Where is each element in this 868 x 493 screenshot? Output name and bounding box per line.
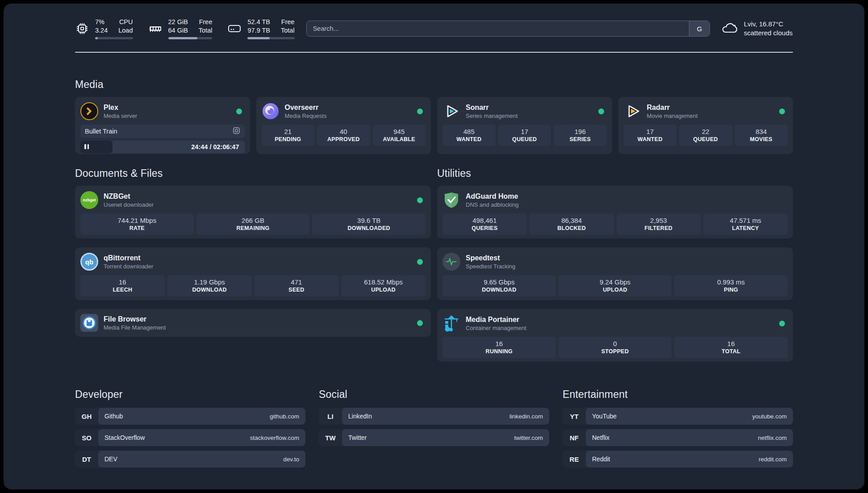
bookmark-abbr: TW	[319, 429, 342, 446]
app-card-plex[interactable]: Plex Media server Bullet Train 24:44 / 0	[75, 97, 250, 154]
stat-label: DOWNLOADED	[314, 225, 424, 231]
stat-label: DOWNLOAD	[169, 287, 250, 293]
section-utilities: Utilities AdGuard Home DNS and adblockin…	[437, 167, 793, 362]
search-engine-button[interactable]: G	[689, 21, 709, 36]
bookmark-name: Github	[104, 413, 123, 420]
stat-tile: 485 WANTED	[442, 125, 496, 146]
stat-label: SERIES	[555, 136, 605, 142]
pause-icon[interactable]	[84, 143, 90, 151]
stat-value: 834	[737, 128, 786, 135]
stat-label: TOTAL	[676, 348, 786, 355]
stat-value: 196	[555, 128, 605, 135]
overseerr-icon	[262, 102, 280, 120]
search-bar[interactable]: G	[306, 21, 710, 37]
now-playing-row: Bullet Train	[80, 125, 245, 138]
status-online-dot	[417, 320, 423, 326]
app-card-overseerr[interactable]: Overseerr Media Requests 21 PENDING 40 A…	[256, 97, 431, 154]
stat-tile: 39.6 TB DOWNLOADED	[312, 213, 426, 235]
stat-value: 86,384	[531, 217, 612, 224]
stat-label: FILTERED	[618, 225, 699, 231]
app-card-radarr[interactable]: Radarr Movie management 17 WANTED 22 QUE…	[618, 97, 793, 154]
stat-value: 945	[375, 128, 424, 135]
cpu-stat-widget: 7% 3.24 CPU Load	[75, 18, 133, 39]
stat-tile: 17 WANTED	[624, 125, 677, 146]
memory-total-value: 64 GiB	[168, 26, 188, 35]
section-media: Media Plex Media server Bullet Train	[75, 79, 793, 154]
disk-stat-widget: 52.4 TB 97.9 TB Free Total	[227, 18, 294, 39]
filebrowser-icon	[80, 314, 98, 332]
disk-total-label: Total	[281, 26, 295, 35]
stat-label: UPLOAD	[343, 287, 424, 293]
weather-condition: scattered clouds	[744, 29, 793, 38]
cpu-progress-track	[95, 37, 133, 39]
bookmark-github[interactable]: GH Github github.com	[75, 408, 305, 425]
stat-tile: 744.21 Mbps RATE	[80, 213, 194, 235]
app-name: Plex	[104, 103, 231, 112]
cloud-icon	[722, 21, 739, 37]
playback-progress-fill	[80, 141, 113, 153]
memory-progress-track	[168, 37, 213, 39]
speedtest-pulse-icon	[442, 253, 460, 271]
app-name: qBittorrent	[104, 254, 412, 262]
memory-free-value: 22 GiB	[168, 18, 188, 26]
bookmark-netflix[interactable]: NF Netflix netflix.com	[563, 429, 793, 446]
app-card-filebrowser[interactable]: File Browser Media File Management	[75, 309, 431, 337]
disk-icon	[227, 21, 242, 36]
section-title-social: Social	[319, 389, 549, 401]
app-name: NZBGet	[104, 192, 412, 201]
disk-progress-fill	[247, 37, 269, 39]
cpu-usage-label: CPU	[118, 18, 133, 26]
memory-icon	[148, 21, 163, 36]
stat-tile: 16 TOTAL	[674, 337, 788, 358]
stat-label: WANTED	[626, 136, 675, 142]
app-card-adguard-home[interactable]: AdGuard Home DNS and adblocking 498,461 …	[437, 186, 793, 238]
status-online-dot	[236, 109, 242, 114]
app-card-nzbget[interactable]: nzbget NZBGet Usenet downloader 744.21 M…	[75, 186, 431, 238]
app-name: AdGuard Home	[466, 192, 788, 201]
dashboard-window: 7% 3.24 CPU Load	[4, 4, 864, 489]
stat-tile: 9.65 Gbps DOWNLOAD	[442, 275, 556, 297]
bookmark-name: YouTube	[592, 413, 617, 420]
stat-label: QUEUED	[500, 136, 550, 142]
stat-label: WANTED	[444, 136, 494, 142]
app-name: File Browser	[104, 315, 412, 323]
bookmark-youtube[interactable]: YT YouTube youtube.com	[563, 408, 793, 425]
bookmark-abbr: LI	[319, 408, 342, 425]
section-documents-files: Documents & Files nzbget NZBGet Usenet d…	[75, 167, 431, 362]
stat-tile: 618.52 Mbps UPLOAD	[341, 275, 426, 297]
app-card-sonarr[interactable]: Sonarr Series management 485 WANTED 17 Q…	[437, 97, 612, 154]
bookmark-dev[interactable]: DT DEV dev.to	[75, 451, 305, 468]
bookmark-linkedin[interactable]: LI LinkedIn linkedin.com	[319, 408, 549, 425]
stat-value: 498,461	[444, 217, 525, 224]
stat-label: REMAINING	[198, 225, 308, 231]
stat-value: 40	[319, 128, 368, 135]
stat-value: 22	[681, 128, 730, 135]
stat-tile: 266 GB REMAINING	[196, 213, 310, 235]
section-title-entertainment: Entertainment	[563, 389, 793, 401]
stat-tile: 2,953 FILTERED	[617, 213, 701, 235]
stat-value: 17	[626, 128, 675, 135]
app-card-qbittorrent[interactable]: qb qBittorrent Torrent downloader 16 LEE…	[75, 247, 431, 300]
bookmark-url: linkedin.com	[509, 413, 543, 420]
weather-location-temp: Lviv, 16.87°C	[744, 20, 793, 29]
bookmark-url: dev.to	[283, 456, 299, 463]
search-input[interactable]	[307, 21, 689, 36]
app-card-speedtest[interactable]: Speedtest Speedtest Tracking 9.65 Gbps D…	[437, 247, 793, 300]
stat-tile: 16 RUNNING	[442, 337, 556, 358]
plex-icon	[80, 102, 98, 120]
playback-progress-bar[interactable]: 24:44 / 02:06:47	[80, 141, 245, 153]
memory-free-label: Free	[199, 18, 213, 26]
bookmark-abbr: NF	[563, 429, 586, 446]
stat-tile: 945 AVAILABLE	[373, 125, 426, 146]
bookmark-reddit[interactable]: RE Reddit reddit.com	[563, 451, 793, 468]
stat-label: APPROVED	[319, 136, 368, 142]
app-card-media-portainer[interactable]: Media Portainer Container management 16 …	[437, 309, 793, 362]
bookmark-stackoverflow[interactable]: SO StackOverflow stackoverflow.com	[75, 429, 305, 446]
stat-value: 1.19 Gbps	[169, 278, 250, 286]
playback-time: 24:44 / 02:06:47	[191, 143, 239, 150]
stat-label: MOVIES	[737, 136, 786, 142]
adguard-shield-icon	[442, 191, 460, 209]
disk-progress-track	[247, 37, 294, 39]
status-online-dot	[417, 259, 423, 265]
bookmark-twitter[interactable]: TW Twitter twitter.com	[319, 429, 549, 446]
